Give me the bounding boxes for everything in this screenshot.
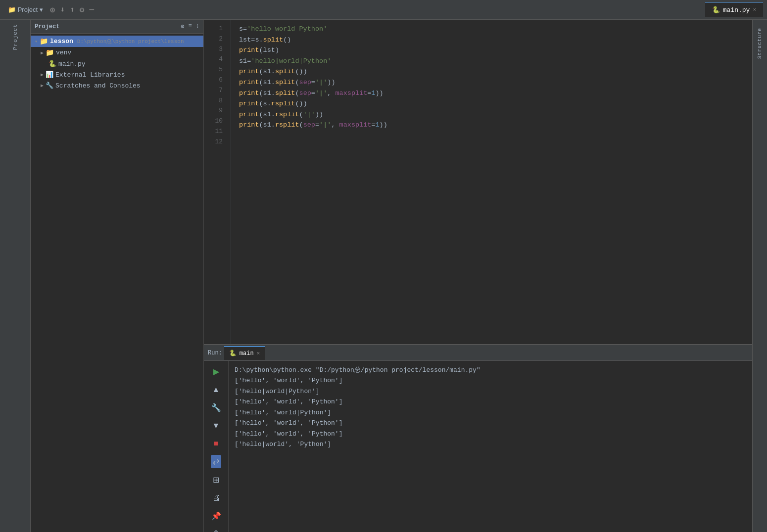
ext-lib-icon: 📊 (46, 71, 53, 79)
run-python-icon: 🐍 (229, 350, 237, 357)
editor-area: 1 2 3 4 5 6 7 8 9 10 11 12 s='hello worl… (204, 20, 752, 344)
lesson-label: lesson (50, 38, 73, 45)
chevron-right-icon-ext: ▶ (41, 72, 44, 78)
trash-button[interactable]: 🗑 (210, 528, 222, 532)
tree-item-external-libraries[interactable]: ▶ 📊 External Libraries (31, 69, 203, 80)
toolbar-icon-4: ⚙ (80, 5, 85, 15)
line-num-4: 4 (204, 54, 226, 65)
header-project-label: Project (35, 23, 59, 30)
line-num-3: 3 (204, 44, 226, 55)
run-tab-close[interactable]: × (257, 351, 260, 356)
code-line-11 (239, 131, 744, 141)
code-line-6: print(s1.split(sep='|')) (239, 77, 744, 88)
line-num-11: 11 (204, 127, 226, 137)
sidebar-project-label: Project (12, 24, 18, 50)
code-line-10: print(s1.rsplit(sep='|', maxsplit=1)) (239, 120, 744, 131)
code-line-5: print(s1.split()) (239, 66, 744, 77)
run-toolbar: ▶ ▲ 🔧 ▼ ■ ⇄ ⊞ 🖨 📌 🗑 (204, 361, 229, 532)
scroll-up-button[interactable]: ▲ (210, 383, 222, 396)
code-line-2: lst=s.split() (239, 35, 744, 45)
python-file-icon: 🐍 (712, 6, 720, 14)
left-sidebar: Project (0, 20, 31, 532)
code-line-9: print(s1.rsplit('|')) (239, 109, 744, 120)
project-tree: ▾ 📁 lesson D:\python总\python project\les… (31, 34, 203, 93)
run-tab-label: main (240, 350, 254, 357)
toolbar-icon-1: ⊕ (50, 4, 55, 15)
scratch-icon: 🔧 (46, 82, 53, 89)
gear-icon[interactable]: ⚙ (181, 23, 184, 30)
console-line-3: ['hello', 'world', 'Python'] (235, 397, 746, 407)
editor-tab-main[interactable]: 🐍 main.py × (705, 2, 763, 17)
toolbar-icon-5: — (89, 5, 94, 14)
pin-button[interactable]: 📌 (209, 509, 223, 523)
chevron-right-icon-scratch: ▶ (41, 83, 44, 89)
tree-item-lesson[interactable]: ▾ 📁 lesson D:\python总\python project\les… (31, 36, 203, 47)
tree-item-venv[interactable]: ▶ 📁 venv (31, 47, 203, 58)
structure-label: Structure (757, 28, 763, 59)
project-panel: Project ⚙ ≡ ↕ ▾ 📁 lesson D:\python总\pyth… (31, 20, 204, 532)
grid-button[interactable]: ⊞ (211, 473, 221, 487)
project-panel-header: Project ⚙ ≡ ↕ (31, 20, 203, 34)
bottom-content: ▶ ▲ 🔧 ▼ ■ ⇄ ⊞ 🖨 📌 🗑 D:\python\python.exe… (204, 361, 752, 532)
toolbar-icon-3: ⬆ (70, 5, 75, 15)
run-play-button[interactable]: ▶ (211, 365, 221, 378)
code-line-12 (239, 141, 744, 152)
line-num-2: 2 (204, 34, 226, 44)
line-num-9: 9 (204, 106, 226, 116)
chevron-down-icon: ▾ (35, 39, 38, 44)
run-tab-main[interactable]: 🐍 main × (224, 346, 265, 360)
project-menu-button[interactable]: 📁 Project ▾ (4, 4, 47, 15)
venv-label: venv (56, 49, 71, 56)
main-area: Project Project ⚙ ≡ ↕ ▾ 📁 lesson D:\pyth… (0, 20, 767, 532)
folder-icon: 📁 (8, 6, 16, 13)
line-num-8: 8 (204, 96, 226, 106)
tree-item-main-py[interactable]: 🐍 main.py (31, 58, 203, 69)
line-num-5: 5 (204, 65, 226, 75)
tab-close-button[interactable]: × (753, 7, 756, 13)
code-line-7: print(s1.split(sep='|', maxsplit=1)) (239, 88, 744, 99)
code-editor[interactable]: s='hello world Python' lst=s.split() pri… (231, 20, 752, 344)
console-output: D:\python\python.exe "D:/python总/python … (229, 361, 752, 532)
console-line-1: ['hello', 'world', 'Python'] (235, 375, 746, 386)
chevron-down-icon: ▾ (40, 6, 43, 13)
tab-filename-label: main.py (723, 6, 750, 14)
code-line-4: s1='hello|world|Python' (239, 56, 744, 67)
code-line-8: print(s.rsplit()) (239, 98, 744, 109)
wrench-button[interactable]: 🔧 (209, 401, 223, 414)
project-label: Project (18, 6, 38, 13)
console-line-7: ['hello|world', 'Python'] (235, 439, 746, 449)
print-button[interactable]: 🖨 (210, 491, 222, 504)
collapse-icon[interactable]: ↕ (196, 23, 199, 30)
line-num-7: 7 (204, 86, 226, 96)
expand-icon[interactable]: ≡ (189, 23, 192, 30)
right-structure-panel: Structure (752, 20, 767, 532)
line-num-1: 1 (204, 24, 226, 34)
lesson-path: D:\python总\python project\lesson (77, 38, 184, 45)
stop-button[interactable]: ■ (212, 437, 221, 450)
scratches-label: Scratches and Consoles (55, 82, 141, 89)
line-num-10: 10 (204, 116, 226, 127)
console-line-cmd: D:\python\python.exe "D:/python总/python … (235, 365, 746, 375)
run-label: Run: (208, 350, 222, 356)
chevron-right-icon-venv: ▶ (41, 50, 44, 56)
code-line-1: s='hello world Python' (239, 24, 744, 35)
top-toolbar: 📁 Project ▾ ⊕ ⬇ ⬆ ⚙ — 🐍 main.py × (0, 0, 767, 20)
line-num-12: 12 (204, 137, 226, 147)
console-line-5: ['hello', 'world', 'Python'] (235, 418, 746, 428)
toolbar-icon-2: ⬇ (60, 5, 65, 15)
bottom-panel: Run: 🐍 main × ▶ ▲ 🔧 ▼ ■ ⇄ ⊞ 🖨 (204, 344, 752, 532)
rerun-button[interactable]: ⇄ (211, 455, 221, 468)
python-icon-tree: 🐍 (48, 60, 56, 68)
console-line-6: ['hello', 'world', 'Python'] (235, 429, 746, 439)
main-py-label: main.py (58, 60, 86, 68)
scroll-down-button[interactable]: ▼ (210, 419, 222, 432)
line-numbers: 1 2 3 4 5 6 7 8 9 10 11 12 (204, 20, 231, 344)
code-line-3: print(lst) (239, 45, 744, 56)
line-num-6: 6 (204, 75, 226, 86)
external-libraries-label: External Libraries (55, 71, 125, 79)
folder-icon-venv: 📁 (46, 48, 54, 57)
tree-item-scratches[interactable]: ▶ 🔧 Scratches and Consoles (31, 80, 203, 91)
bottom-tabs: Run: 🐍 main × (204, 345, 752, 361)
console-line-4: ['hello', 'world|Python'] (235, 407, 746, 418)
project-header-icons: ⚙ ≡ ↕ (181, 23, 199, 30)
